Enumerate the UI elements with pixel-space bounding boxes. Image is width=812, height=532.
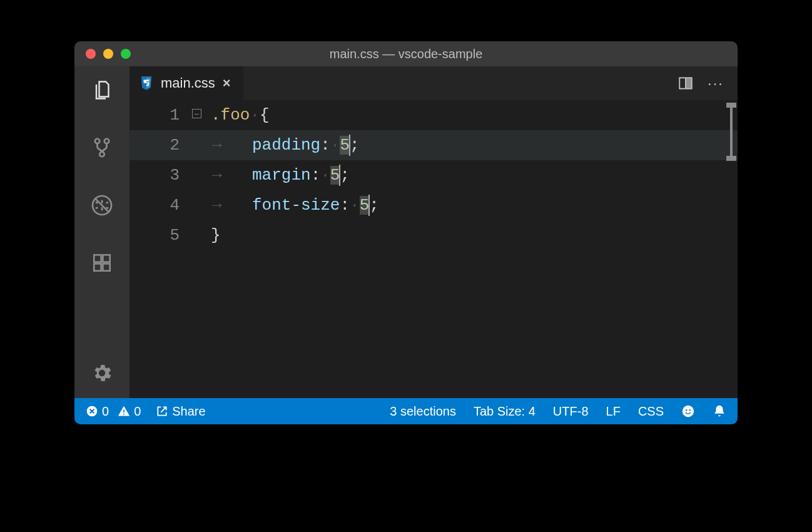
line-number: 4 [129, 196, 192, 215]
minimap[interactable] [726, 103, 736, 171]
svg-rect-11 [123, 410, 124, 413]
window-maximize-button[interactable] [121, 49, 131, 59]
error-count: 0 [102, 404, 109, 419]
settings-gear-icon[interactable] [89, 361, 114, 386]
code-editor[interactable]: 1 .foo·{ 2 padding:·5; 3 [129, 100, 738, 398]
svg-rect-9 [686, 78, 691, 88]
fold-toggle-icon[interactable] [192, 109, 211, 121]
editor-group: main.css × ··· 1 [129, 66, 738, 398]
status-share[interactable]: Share [156, 404, 205, 419]
more-actions-icon[interactable]: ··· [708, 74, 724, 92]
selector: .foo [211, 106, 250, 125]
svg-rect-4 [94, 255, 101, 262]
vscode-window: main.css — vscode-sample [74, 41, 738, 424]
status-encoding[interactable]: UTF-8 [553, 404, 589, 419]
line-number: 5 [129, 226, 192, 245]
brace-close: } [211, 226, 221, 245]
css-property: font-size [252, 196, 340, 215]
app-body: main.css × ··· 1 [74, 66, 738, 398]
status-eol[interactable]: LF [606, 404, 621, 419]
tab-bar: main.css × ··· [129, 66, 738, 100]
css-value: 5 [340, 136, 350, 155]
editor-actions: ··· [678, 66, 738, 100]
window-title: main.css — vscode-sample [74, 47, 738, 61]
code-line[interactable]: 5 } [129, 220, 738, 250]
status-warnings[interactable]: 0 [118, 404, 141, 419]
css-file-icon [140, 75, 153, 91]
code-line[interactable]: 2 padding:·5; [129, 130, 738, 160]
svg-point-13 [683, 406, 694, 417]
svg-rect-5 [103, 255, 109, 262]
svg-point-1 [104, 139, 109, 144]
line-number: 1 [129, 106, 192, 125]
status-language[interactable]: CSS [638, 404, 664, 419]
status-bar: 0 0 Share 3 selections Tab Size: 4 UTF-8… [74, 398, 738, 424]
status-errors[interactable]: 0 [86, 404, 109, 419]
indent-guide-icon [211, 136, 252, 155]
svg-rect-6 [94, 263, 101, 270]
svg-point-2 [99, 152, 104, 157]
status-selections[interactable]: 3 selections [390, 404, 456, 419]
code-line[interactable]: 4 font-size:·5; [129, 190, 738, 220]
window-close-button[interactable] [86, 49, 96, 59]
svg-point-0 [95, 139, 100, 144]
notifications-bell-icon[interactable] [713, 404, 726, 418]
code-line[interactable]: 1 .foo·{ [129, 100, 738, 130]
css-property: margin [252, 166, 311, 185]
svg-rect-7 [103, 263, 109, 270]
status-tabsize[interactable]: Tab Size: 4 [474, 404, 535, 419]
tab-close-icon[interactable]: × [223, 75, 231, 91]
traffic-lights [74, 49, 131, 59]
line-number: 2 [129, 136, 192, 155]
css-value: 5 [330, 166, 340, 185]
css-value: 5 [360, 196, 370, 215]
indent-guide-icon [211, 166, 252, 185]
warning-count: 0 [134, 404, 141, 419]
share-label: Share [172, 404, 205, 419]
split-editor-icon[interactable] [678, 75, 694, 91]
debug-icon[interactable] [89, 193, 114, 218]
explorer-icon[interactable] [89, 78, 114, 103]
code-line[interactable]: 3 margin:·5; [129, 160, 738, 190]
extensions-icon[interactable] [89, 250, 114, 275]
brace-open: { [260, 106, 270, 125]
svg-rect-12 [123, 414, 124, 415]
css-property: padding [252, 136, 320, 155]
source-control-icon[interactable] [89, 135, 114, 160]
title-bar: main.css — vscode-sample [74, 41, 738, 66]
indent-guide-icon [211, 196, 252, 215]
line-number: 3 [129, 166, 192, 185]
tab-main-css[interactable]: main.css × [129, 66, 243, 100]
svg-point-14 [686, 409, 688, 411]
window-minimize-button[interactable] [103, 49, 113, 59]
tab-filename: main.css [161, 75, 215, 91]
feedback-smiley-icon[interactable] [681, 404, 695, 418]
svg-point-15 [689, 409, 691, 411]
activity-bar [74, 66, 129, 398]
